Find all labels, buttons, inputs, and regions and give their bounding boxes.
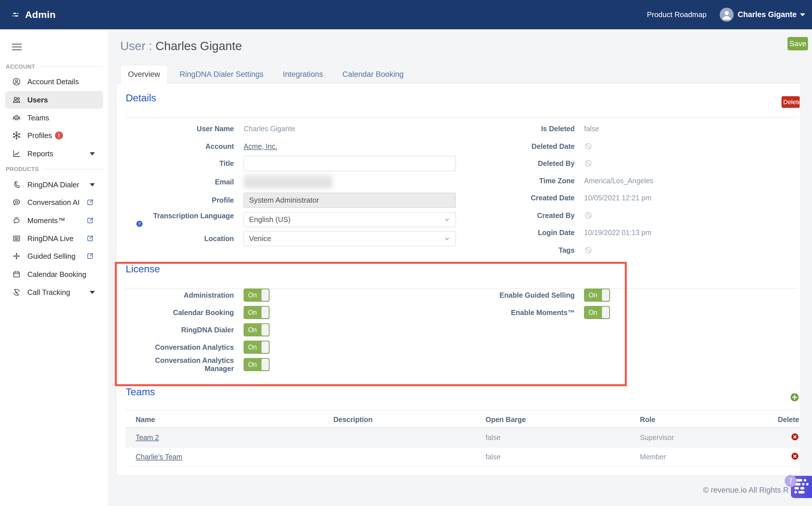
sidebar-item-account-details[interactable]: Account Details	[5, 73, 103, 90]
top-header: Admin Product Roadmap Charles Gigante	[0, 0, 812, 29]
profile-readonly-input: System Administrator	[244, 193, 456, 208]
column-name: Name	[126, 412, 333, 428]
tab-bar: Overview RingDNA Dialer Settings Integra…	[120, 65, 411, 84]
external-link-icon[interactable]	[86, 198, 94, 206]
redacted-email-value	[244, 175, 333, 188]
table-row: Team 2 false Supervisor	[126, 428, 800, 447]
question-circle-icon[interactable]: ?	[136, 220, 143, 228]
external-link-icon[interactable]	[86, 252, 94, 260]
line-chart-icon	[12, 149, 21, 158]
license-row-conversation-analytics-manager: Conversation Analytics Manager On	[133, 358, 270, 371]
move-arrows-icon	[12, 252, 21, 261]
newspaper-icon	[12, 234, 21, 243]
products-section-label: PRODUCTS	[6, 166, 104, 172]
chevron-down-icon[interactable]	[89, 151, 96, 156]
sidebar-item-label: Call Tracking	[27, 288, 70, 297]
account-link[interactable]: Acme, Inc.	[244, 142, 277, 150]
tab-calendar-booking[interactable]: Calendar Booking	[335, 65, 411, 84]
field-title: Title	[133, 156, 456, 171]
toggle-knob	[602, 307, 609, 319]
sidebar-item-ringdna-dialer[interactable]: RingDNA Dialer	[5, 176, 103, 193]
sidebar-item-label: Teams	[27, 113, 49, 122]
sidebar-item-guided-selling[interactable]: Guided Selling	[5, 247, 103, 265]
column-open-barge: Open Barge	[485, 412, 640, 428]
page-title: User : Charles Gigante	[120, 39, 242, 53]
license-heading: License	[126, 263, 160, 275]
sidebar-item-label: RingDNA Live	[27, 234, 73, 243]
delete-user-button[interactable]: Delete	[782, 96, 800, 108]
field-deleted-by: Deleted By	[478, 159, 593, 168]
sidebar-item-users[interactable]: Users	[5, 91, 103, 109]
toggle-administration[interactable]: On	[244, 288, 270, 302]
divider	[126, 410, 798, 410]
field-time-zone: Time Zone America/Los_Angeles	[478, 176, 653, 185]
sidebar-item-label: Moments™	[27, 216, 65, 225]
sidebar-item-call-tracking[interactable]: Call Tracking	[5, 283, 103, 301]
toggle-calendar-booking[interactable]: On	[244, 306, 270, 319]
sidebar-item-conversation-ai[interactable]: Conversation AI	[5, 193, 103, 211]
location-select[interactable]: Venice	[244, 231, 456, 246]
save-button[interactable]: Save	[788, 37, 808, 51]
field-is-deleted: Is Deleted false	[478, 124, 599, 134]
sidebar-item-label: Conversation AI	[27, 198, 80, 207]
toggle-conversation-analytics[interactable]: On	[244, 341, 270, 354]
toggle-conversation-analytics-manager[interactable]: On	[244, 358, 270, 371]
chat-bubble-icon	[12, 198, 21, 207]
profiles-alert-badge: !	[55, 132, 63, 140]
null-icon	[584, 159, 593, 168]
sidebar-item-teams[interactable]: Teams	[5, 109, 103, 126]
sidebar-item-calendar-booking[interactable]: Calendar Booking	[5, 265, 103, 283]
sidebar-item-ringdna-live[interactable]: RingDNA Live	[5, 230, 103, 247]
chat-unread-badge[interactable]: 7	[785, 475, 797, 487]
team-link[interactable]: Charlie's Team	[136, 453, 182, 461]
field-deleted-date: Deleted Date	[478, 142, 593, 151]
chevron-down-icon[interactable]	[800, 12, 806, 17]
tab-integrations[interactable]: Integrations	[275, 65, 331, 84]
svg-text:?: ?	[138, 222, 141, 226]
topbar-right: Product Roadmap Charles Gigante	[647, 0, 806, 29]
sidebar-item-profiles[interactable]: Profiles !	[5, 126, 103, 144]
avatar[interactable]	[720, 8, 734, 22]
hamburger-icon[interactable]	[11, 42, 22, 52]
app-title: Admin	[25, 9, 56, 20]
toggle-knob	[261, 341, 269, 353]
license-row-ringdna-dialer: RingDNA Dialer On	[133, 323, 270, 336]
sidebar-item-reports[interactable]: Reports	[5, 145, 103, 163]
external-link-icon[interactable]	[86, 235, 94, 243]
tab-ringdna-dialer-settings[interactable]: RingDNA Dialer Settings	[173, 65, 271, 84]
user-menu[interactable]: Charles Gigante	[738, 10, 797, 19]
toggle-enable-guided-selling[interactable]: On	[584, 288, 610, 302]
x-circle-icon[interactable]	[791, 452, 799, 460]
sidebar-item-label: RingDNA Dialer	[27, 180, 79, 189]
person-circle-icon	[12, 77, 21, 86]
license-row-administration: Administration On	[133, 288, 270, 302]
field-tags: Tags	[478, 245, 593, 255]
transcription-language-select[interactable]: English (US)	[244, 212, 456, 227]
toggle-ringdna-dialer[interactable]: On	[244, 323, 270, 336]
null-icon	[584, 246, 593, 254]
field-location: Location Venice	[133, 231, 456, 246]
toggle-enable-moments[interactable]: On	[584, 306, 610, 319]
sidebar-item-label: Calendar Booking	[27, 270, 86, 279]
title-input[interactable]	[244, 156, 456, 171]
field-account: Account Acme, Inc.	[133, 142, 277, 151]
chevron-down-icon[interactable]	[89, 290, 96, 294]
calendar-icon	[12, 270, 21, 279]
brand: Admin	[12, 0, 56, 29]
copyright-text: © revenue.io All Rights R	[703, 486, 789, 495]
tab-overview[interactable]: Overview	[120, 65, 168, 84]
toggle-knob	[261, 307, 269, 319]
toggle-knob	[261, 358, 269, 370]
team-link[interactable]: Team 2	[136, 433, 159, 441]
sidebar-item-label: Account Details	[27, 77, 79, 86]
external-link-icon[interactable]	[86, 217, 94, 225]
teams-heading: Teams	[126, 386, 155, 398]
x-circle-icon[interactable]	[791, 433, 799, 441]
field-user-name: User Name Charles Gigante	[133, 124, 295, 134]
sidebar-item-moments[interactable]: Moments™	[5, 212, 103, 229]
product-roadmap-link[interactable]: Product Roadmap	[647, 10, 706, 19]
field-transcription-language: Transcription Language? English (US)	[133, 212, 456, 227]
plus-circle-icon[interactable]	[790, 393, 800, 402]
column-role: Role	[640, 412, 758, 428]
chevron-down-icon[interactable]	[89, 182, 96, 187]
